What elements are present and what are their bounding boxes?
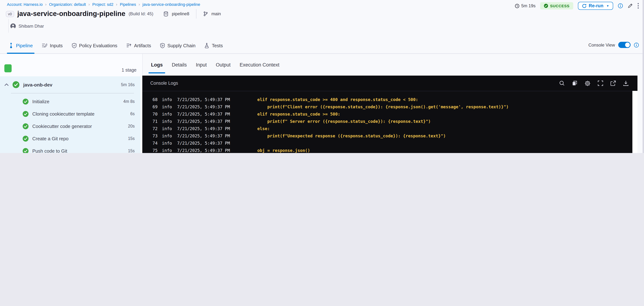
log-row: 74info7/21/2025, 5:49:37 PM: [142, 140, 632, 147]
step-name: Initialize: [32, 99, 120, 104]
tab-execution-context[interactable]: Execution Context: [240, 54, 279, 76]
log-timestamp: 7/21/2025, 5:49:37 PM: [177, 111, 232, 118]
log-line-number: 73: [145, 132, 158, 140]
branch-label[interactable]: main: [212, 11, 221, 16]
stage-duration: 5m 16s: [121, 83, 135, 87]
log-row: 72info7/21/2025, 5:49:37 PM else:: [142, 125, 632, 132]
log-level: info: [162, 125, 176, 132]
log-level: info: [162, 96, 176, 103]
step-create-a-git-repo[interactable]: Create a Git repo 15s: [0, 132, 140, 145]
console-panel: Console Logs: [142, 76, 638, 153]
log-message: elif response.status_code >= 400 and res…: [247, 96, 418, 103]
breadcrumb-separator: ›: [45, 2, 46, 7]
log-level: info: [162, 132, 176, 140]
log-timestamp: 7/21/2025, 5:49:37 PM: [177, 96, 232, 103]
chevron-down-icon: ▼: [606, 4, 609, 8]
log-line-number: 70: [145, 111, 158, 118]
log-message: print(f" Server error ({response.status_…: [247, 118, 431, 125]
step-duration: 15s: [128, 149, 135, 153]
breadcrumb-project[interactable]: Project: sd2: [92, 2, 114, 7]
execution-step-tree: java-onb-dev 5m 16s Initialize 4m 8s Clo…: [0, 76, 140, 153]
breadcrumb-separator: ›: [138, 2, 140, 7]
log-message: else:: [247, 125, 270, 132]
console-view-control: Console View: [588, 42, 639, 48]
step-list: Initialize 4m 8s Cloning cookiecutter te…: [0, 93, 140, 153]
log-row: 69info7/21/2025, 5:49:37 PM print(f"Clie…: [142, 103, 632, 111]
tab-logs[interactable]: Logs: [151, 54, 163, 76]
build-id: (Build Id: 45): [129, 11, 154, 16]
tab-input[interactable]: Input: [196, 54, 207, 76]
execution-duration: 5m 19s: [515, 3, 536, 8]
breadcrumb-pipelines[interactable]: Pipelines: [120, 2, 136, 7]
execution-toolbar: 5m 19s SUCCESS Re-run ▼: [515, 1, 639, 11]
tab-inputs[interactable]: Inputs: [42, 38, 63, 54]
step-initialize[interactable]: Initialize 4m 8s: [0, 95, 140, 108]
breadcrumb-account[interactable]: Account: Harness.io: [7, 2, 43, 7]
log-timestamp: 7/21/2025, 5:49:37 PM: [177, 103, 232, 111]
breadcrumb-pipeline-name[interactable]: java-service-onboarding-pipeline: [142, 2, 200, 7]
console-actions: [559, 80, 629, 86]
log-timestamp: 7/21/2025, 5:49:37 PM: [177, 147, 232, 153]
pencil-icon[interactable]: [628, 3, 633, 8]
log-level: info: [162, 103, 176, 111]
open-in-new-icon[interactable]: [610, 80, 616, 86]
log-row: 73info7/21/2025, 5:49:37 PM print(f"Unex…: [142, 132, 632, 140]
step-cookiecutter-code-generator[interactable]: Cookiecutter code generator 20s: [0, 120, 140, 132]
step-cloning-cookiecutter-template[interactable]: Cloning cookiecutter template 6s: [0, 108, 140, 120]
pipeline-ref-label[interactable]: pipeline8: [172, 11, 189, 16]
success-check-icon: [22, 98, 29, 105]
log-line-number: 68: [145, 96, 158, 103]
breadcrumb-organization[interactable]: Organization: default: [49, 2, 86, 7]
step-duration: 4m 8s: [123, 99, 135, 104]
log-timestamp: 7/21/2025, 5:49:37 PM: [177, 125, 232, 132]
info-icon[interactable]: [634, 42, 639, 48]
page-title: java-service-onboarding-pipeline: [17, 10, 126, 18]
tab-tests[interactable]: Tests: [204, 38, 223, 54]
tab-artifacts[interactable]: Artifacts: [126, 38, 151, 54]
tab-details[interactable]: Details: [172, 54, 187, 76]
console-header: Console Logs: [142, 76, 638, 91]
settings-icon[interactable]: [584, 80, 591, 86]
tab-policy-evaluations[interactable]: Policy Evaluations: [72, 38, 117, 54]
info-icon[interactable]: [618, 3, 623, 8]
stage-row[interactable]: java-onb-dev 5m 16s: [0, 76, 140, 93]
log-line-number: 69: [145, 103, 158, 111]
clock-icon: [515, 4, 520, 8]
console-view-toggle[interactable]: [618, 42, 630, 48]
pipeline-icon: [9, 43, 14, 48]
log-message: obj = response.json(): [247, 147, 310, 153]
tab-output[interactable]: Output: [216, 54, 230, 76]
console-scrollbar-track[interactable]: [632, 91, 638, 153]
log-pane-tabs: Logs Details Input Output Execution Cont…: [142, 54, 644, 76]
console-log-list: 68info7/21/2025, 5:49:37 PM elif respons…: [142, 91, 632, 153]
step-push-code-to-git[interactable]: Push code to Git 15s: [0, 145, 140, 153]
main-tabbar: Pipeline Inputs Policy Evaluations Arti: [0, 38, 644, 54]
owner-name: Shibam Dhar: [18, 24, 44, 29]
page-scrollbar[interactable]: [642, 0, 644, 153]
log-level: info: [162, 111, 176, 118]
rerun-button[interactable]: Re-run ▼: [578, 2, 613, 10]
step-duration: 15s: [128, 136, 135, 141]
stage-minimap-node[interactable]: [4, 64, 12, 72]
console-title: Console Logs: [150, 81, 559, 86]
download-icon[interactable]: [623, 80, 629, 86]
breadcrumb-separator: ›: [88, 2, 90, 7]
breadcrumb: Account: Harness.io › Organization: defa…: [0, 0, 200, 9]
log-line-number: 71: [145, 118, 158, 125]
kebab-menu-icon[interactable]: [638, 3, 639, 9]
divider: [8, 19, 9, 33]
stage-sidebar: 1 stage java-onb-dev 5m 16s Init: [0, 54, 143, 153]
search-icon[interactable]: [559, 80, 565, 86]
fullscreen-icon[interactable]: [598, 80, 603, 86]
copy-icon[interactable]: [572, 80, 578, 86]
log-row: 71info7/21/2025, 5:49:37 PM print(f" Ser…: [142, 118, 632, 125]
repository-icon: [164, 11, 168, 17]
success-check-icon: [22, 148, 29, 153]
tab-supply-chain[interactable]: Supply Chain: [160, 38, 196, 54]
chevron-up-icon[interactable]: [4, 83, 9, 86]
tab-pipeline[interactable]: Pipeline: [9, 38, 33, 54]
sidebar-scrollbar-track[interactable]: [140, 76, 142, 153]
log-line-number: 72: [145, 125, 158, 132]
stage-count: 1 stage: [122, 68, 136, 73]
step-duration: 20s: [128, 124, 135, 128]
